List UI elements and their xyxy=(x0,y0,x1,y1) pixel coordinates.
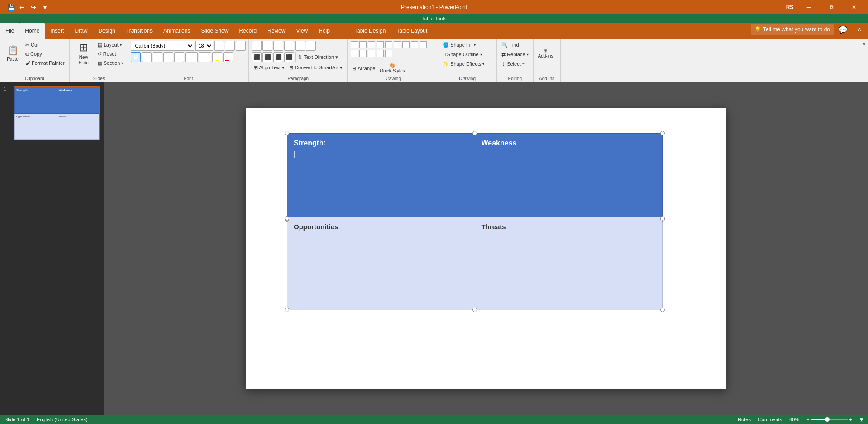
shape-b2-2[interactable]: { } xyxy=(411,41,418,48)
collapse-ribbon-button[interactable]: ∧ xyxy=(853,24,866,35)
decrease-indent-button[interactable]: ← xyxy=(273,41,283,51)
customize-qat-button[interactable]: ▾ xyxy=(39,2,50,13)
shape-b2-4[interactable]: ✦ xyxy=(351,50,358,57)
char-spacing-button[interactable]: AV▾ xyxy=(185,52,198,62)
align-right-button[interactable]: ⬛ xyxy=(273,52,283,62)
shape-b3-2[interactable]: ⌒ xyxy=(368,50,375,57)
add-ins-button[interactable]: ⊞ Add-ins xyxy=(536,41,555,66)
reset-button[interactable]: ↺ Reset xyxy=(96,50,125,58)
close-button[interactable]: ✕ xyxy=(844,0,864,14)
shape-b3-1[interactable]: ∿ xyxy=(359,50,367,57)
shape-effects-button[interactable]: ✨ Shape Effects ▾ xyxy=(441,60,486,68)
line-spacing-button[interactable]: ↕ xyxy=(295,41,305,51)
restore-button[interactable]: ⧉ xyxy=(821,0,842,14)
bold-button[interactable]: B xyxy=(131,52,141,62)
shape-arrow-button[interactable]: → xyxy=(359,41,367,48)
minimize-button[interactable]: ─ xyxy=(798,0,819,14)
find-button[interactable]: 🔍 Find xyxy=(500,41,520,49)
slide-canvas[interactable]: Strength: Weakness Opportunities xyxy=(246,108,726,389)
quick-styles-button[interactable]: 🎨 Quick Styles xyxy=(378,59,407,77)
comments-button[interactable]: 💬 xyxy=(836,24,850,35)
tab-review[interactable]: Review xyxy=(262,23,291,39)
comments-status-button[interactable]: Comments xyxy=(758,417,782,422)
shape-rect-button[interactable]: ▭ xyxy=(368,41,375,48)
save-button[interactable]: 💾 xyxy=(5,2,16,13)
select-button[interactable]: ⊹ Select ~ xyxy=(500,60,527,68)
font-name-select[interactable]: Calibri (Body) xyxy=(131,41,194,51)
copy-button[interactable]: ⧉ Copy xyxy=(24,50,67,58)
align-center-button[interactable]: ⬛ xyxy=(262,52,272,62)
tab-file[interactable]: File xyxy=(0,23,19,39)
shape-b2-1[interactable]: ⌒ xyxy=(402,41,410,48)
paste-button[interactable]: 📋 Paste xyxy=(3,41,23,66)
collapse-ribbon-btn[interactable]: ∧ xyxy=(862,41,866,47)
undo-button[interactable]: ↩ xyxy=(17,2,28,13)
fit-slide-button[interactable]: ⊞ xyxy=(859,417,863,423)
shape-b3-3[interactable]: { } xyxy=(377,50,384,57)
tell-me-input[interactable]: 💡 Tell me what you want to do xyxy=(751,24,834,35)
shape-b2-3[interactable]: [ ] xyxy=(420,41,427,48)
underline-button[interactable]: U xyxy=(153,52,162,62)
tab-home[interactable]: Home xyxy=(19,23,45,39)
italic-button[interactable]: I xyxy=(142,52,152,62)
shrink-font-button[interactable]: A- xyxy=(225,41,235,51)
zoom-in-icon[interactable]: + xyxy=(849,417,852,422)
convert-smartart-button[interactable]: ⊞ Convert to SmartArt ▾ xyxy=(287,63,344,72)
clear-formatting-button[interactable]: ✕ xyxy=(236,41,246,51)
swot-cell-strength[interactable]: Strength: xyxy=(287,134,475,217)
swot-cell-threats[interactable]: Threats xyxy=(475,217,663,310)
zoom-out-icon[interactable]: − xyxy=(806,417,809,422)
handle-top-center[interactable] xyxy=(472,131,477,135)
replace-button[interactable]: ⇄ Replace ▾ xyxy=(500,50,530,58)
user-avatar[interactable]: RS xyxy=(783,0,796,14)
tab-draw[interactable]: Draw xyxy=(69,23,93,39)
shape-b3-4[interactable]: ✱ xyxy=(385,50,392,57)
layout-button[interactable]: ▤ Layout ▾ xyxy=(96,41,125,49)
cut-button[interactable]: ✂ Cut xyxy=(24,41,67,49)
handle-top-right[interactable] xyxy=(660,131,665,135)
change-case-button[interactable]: Aa▾ xyxy=(199,52,211,62)
slide-thumbnail[interactable]: Strength: Weakness Opportunities Threats xyxy=(14,86,100,140)
notes-button[interactable]: Notes xyxy=(738,417,751,422)
shape-fill-button[interactable]: 🪣 Shape Fill ▾ xyxy=(441,41,477,49)
handle-bottom-center[interactable] xyxy=(472,308,477,312)
tab-table-design[interactable]: Table Design xyxy=(349,23,391,39)
shape-more-button[interactable]: ▾ xyxy=(394,41,401,48)
increase-indent-button[interactable]: → xyxy=(284,41,294,51)
section-button[interactable]: ▦ Section ▾ xyxy=(96,59,125,67)
tab-animations[interactable]: Animations xyxy=(158,23,196,39)
align-text-button[interactable]: ⊞ Align Text ▾ xyxy=(252,63,286,72)
font-size-select[interactable]: 18 xyxy=(195,41,213,51)
handle-bottom-left[interactable] xyxy=(285,308,289,312)
strikethrough-button[interactable]: S xyxy=(163,52,173,62)
redo-button[interactable]: ↪ xyxy=(28,2,39,13)
grow-font-button[interactable]: A+ xyxy=(214,41,224,51)
swot-cell-weakness[interactable]: Weakness xyxy=(475,134,663,217)
tab-view[interactable]: View xyxy=(291,23,313,39)
text-shadow-button[interactable]: S xyxy=(174,52,184,62)
bullet-list-button[interactable]: ≡▾ xyxy=(252,41,262,51)
new-slide-button[interactable]: ⊞ NewSlide xyxy=(72,41,95,66)
shape-outline-button[interactable]: □ Shape Outline ▾ xyxy=(441,50,483,58)
tab-design[interactable]: Design xyxy=(93,23,120,39)
shape-oval-button[interactable]: ○ xyxy=(385,41,392,48)
handle-mid-row-right[interactable] xyxy=(660,216,665,221)
justify-button[interactable]: ⬛ xyxy=(284,52,294,62)
shape-line-button[interactable]: ╲ xyxy=(351,41,358,48)
handle-mid-row-left[interactable] xyxy=(285,216,289,221)
numbered-list-button[interactable]: 1.≡▾ xyxy=(262,41,272,51)
tab-record[interactable]: Record xyxy=(234,23,262,39)
font-highlight-button[interactable]: A xyxy=(212,52,222,62)
columns-button[interactable]: ▥▾ xyxy=(306,41,316,51)
zoom-slider[interactable]: − + xyxy=(806,417,852,422)
format-painter-button[interactable]: 🖌 Format Painter xyxy=(24,59,67,67)
arrange-button[interactable]: ⊞ Arrange xyxy=(350,64,377,72)
tab-insert[interactable]: Insert xyxy=(45,23,69,39)
shape-rounded-rect-button[interactable]: ▢ xyxy=(377,41,384,48)
font-color-button[interactable]: A ▾ xyxy=(223,52,233,62)
tab-slideshow[interactable]: Slide Show xyxy=(196,23,234,39)
tab-table-layout[interactable]: Table Layout xyxy=(391,23,433,39)
swot-cell-opportunities[interactable]: Opportunities xyxy=(287,217,475,310)
handle-bottom-right[interactable] xyxy=(660,308,665,312)
text-direction-button[interactable]: ⇅ Text Direction ▾ xyxy=(296,53,340,61)
